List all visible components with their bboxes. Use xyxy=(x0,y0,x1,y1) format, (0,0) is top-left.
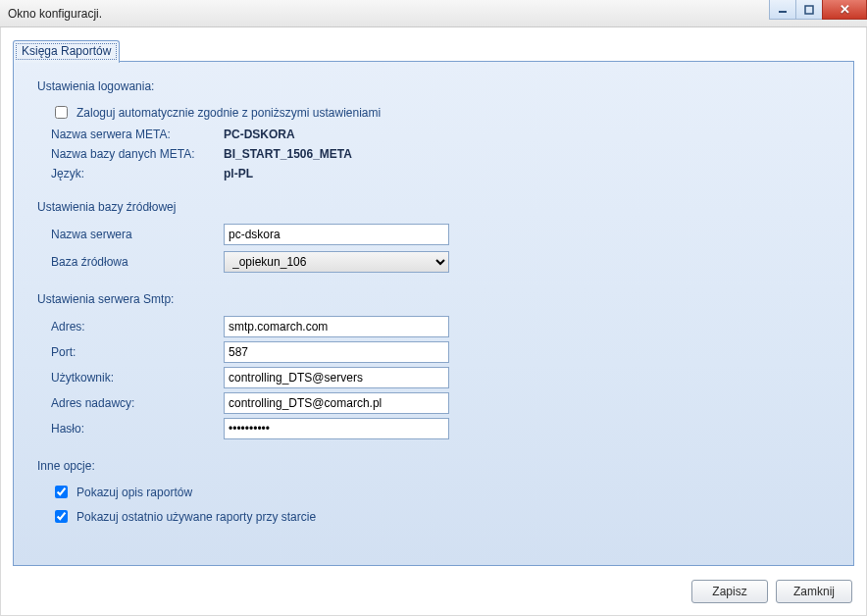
smtp-user-input[interactable] xyxy=(224,367,449,388)
show-recent-label: Pokazuj ostatnio używane raporty przy st… xyxy=(76,510,316,524)
minimize-button[interactable] xyxy=(769,0,796,20)
smtp-password-label: Hasło: xyxy=(37,422,224,436)
smtp-address-input[interactable] xyxy=(224,316,449,337)
close-window-button[interactable]: ✕ xyxy=(822,0,867,20)
meta-db-value: BI_START_1506_META xyxy=(224,147,352,161)
minimize-icon xyxy=(778,5,788,15)
svg-rect-0 xyxy=(779,11,787,13)
svg-rect-1 xyxy=(805,6,813,14)
meta-db-label: Nazwa bazy danych META: xyxy=(37,147,224,161)
close-button[interactable]: Zamknij xyxy=(776,580,852,603)
source-server-input[interactable] xyxy=(224,224,449,245)
meta-server-label: Nazwa serwera META: xyxy=(37,128,224,141)
group-login: Ustawienia logowania: Zaloguj automatycz… xyxy=(37,79,836,180)
dialog-buttons: Zapisz Zamknij xyxy=(691,580,852,603)
tab-reports-book[interactable]: Księga Raportów xyxy=(13,40,120,63)
language-label: Język: xyxy=(37,167,224,180)
show-recent-checkbox[interactable] xyxy=(55,510,68,523)
meta-server-value: PC-DSKORA xyxy=(224,128,295,141)
smtp-address-label: Adres: xyxy=(37,320,224,334)
close-icon: ✕ xyxy=(840,2,850,17)
smtp-sender-input[interactable] xyxy=(224,392,449,414)
show-report-desc-label: Pokazuj opis raportów xyxy=(76,486,192,499)
smtp-port-label: Port: xyxy=(37,345,224,359)
group-source-db: Ustawienia bazy źródłowej Nazwa serwera … xyxy=(37,200,836,273)
smtp-section-title: Ustawienia serwera Smtp: xyxy=(37,292,836,306)
source-db-label: Baza źródłowa xyxy=(37,255,224,269)
other-section-title: Inne opcje: xyxy=(37,459,836,473)
source-db-select[interactable]: _opiekun_106 xyxy=(224,251,449,273)
window-controls: ✕ xyxy=(770,0,867,20)
save-button[interactable]: Zapisz xyxy=(691,580,768,603)
tab-container: Księga Raportów Ustawienia logowania: Za… xyxy=(13,39,854,566)
auto-login-checkbox[interactable] xyxy=(55,106,68,119)
language-value: pl-PL xyxy=(224,167,253,180)
sourcedb-section-title: Ustawienia bazy źródłowej xyxy=(37,200,836,214)
titlebar: Okno konfiguracji. ✕ xyxy=(0,0,867,27)
smtp-port-input[interactable] xyxy=(224,341,449,363)
group-other: Inne opcje: Pokazuj opis raportów Pokazu… xyxy=(37,459,836,526)
window-title: Okno konfiguracji. xyxy=(8,7,102,21)
group-smtp: Ustawienia serwera Smtp: Adres: Port: Uż… xyxy=(37,292,836,439)
auto-login-label: Zaloguj automatycznie zgodnie z poniższy… xyxy=(76,106,381,120)
source-server-label: Nazwa serwera xyxy=(37,228,224,241)
smtp-sender-label: Adres nadawcy: xyxy=(37,396,224,410)
smtp-user-label: Użytkownik: xyxy=(37,371,224,385)
show-report-desc-checkbox[interactable] xyxy=(55,486,68,498)
client-area: Księga Raportów Ustawienia logowania: Za… xyxy=(0,27,867,616)
smtp-password-input[interactable] xyxy=(224,418,449,439)
maximize-button[interactable] xyxy=(795,0,823,20)
login-section-title: Ustawienia logowania: xyxy=(37,79,836,93)
maximize-icon xyxy=(804,5,814,15)
tab-strip: Księga Raportów xyxy=(13,39,120,62)
tab-panel: Ustawienia logowania: Zaloguj automatycz… xyxy=(13,61,854,566)
